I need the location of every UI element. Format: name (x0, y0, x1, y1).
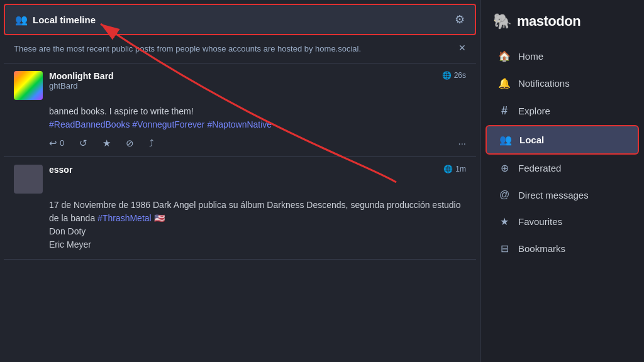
sidebar-item-direct-messages[interactable]: @ Direct messages (486, 182, 639, 208)
reply-icon: ↩ (49, 138, 57, 149)
post-header: essor (14, 165, 72, 194)
sidebar-item-label: Notifications (518, 78, 570, 89)
timeline-header: 👥 Local timeline ⚙ (4, 4, 476, 35)
time-value: 26s (454, 71, 466, 80)
boost-button[interactable]: ↺ (79, 138, 87, 149)
more-button[interactable]: ··· (458, 138, 466, 148)
bookmark-button[interactable]: ⊘ (126, 138, 134, 149)
more-icon: ··· (458, 138, 466, 148)
right-sidebar: 🐘 mastodon 🏠 Home 🔔 Notifications # Expl… (480, 0, 644, 362)
sidebar-item-label: Local (519, 134, 544, 145)
reply-button[interactable]: ↩ 0 (49, 138, 64, 149)
mastodon-icon: 🐘 (493, 13, 512, 30)
filter-icon[interactable]: ⚙ (455, 13, 465, 26)
post-meta: essor (49, 165, 72, 175)
bookmark-icon: ⊘ (126, 138, 134, 149)
sidebar-item-bookmarks[interactable]: ⊟ Bookmarks (486, 235, 639, 262)
post-item: Moonlight Bard ghtBard 🌐 26s banned book… (4, 63, 476, 157)
sidebar-item-label: Favourites (518, 216, 562, 227)
favourite-button[interactable]: ★ (103, 138, 111, 149)
sidebar-item-home[interactable]: 🏠 Home (486, 43, 639, 70)
post-handle: ghtBard (49, 81, 114, 90)
reply-count: 0 (60, 138, 64, 148)
sidebar-item-label: Home (518, 51, 543, 62)
post-hashtags: #ReadBannedBooks #VonnegutForever #Napto… (49, 119, 272, 129)
post-header: Moonlight Bard ghtBard (14, 71, 114, 100)
post-header-row: essor 🌐 1m (14, 165, 466, 199)
post-actions: ↩ 0 ↺ ★ ⊘ ⤴ ··· (49, 138, 466, 149)
time-icon: 🌐 (443, 165, 453, 173)
post-meta: Moonlight Bard ghtBard (49, 71, 114, 90)
post-author: Moonlight Bard (49, 71, 114, 81)
sidebar-item-label: Federated (518, 163, 561, 173)
brand-logo: 🐘 mastodon (480, 8, 644, 43)
time-icon: 🌐 (442, 71, 452, 80)
dm-icon: @ (498, 189, 511, 200)
info-banner-text: These are the most recent public posts f… (14, 43, 451, 55)
local-timeline-icon: 👥 (15, 14, 28, 26)
post-hashtag: #ThrashMetal (97, 213, 152, 223)
share-icon: ⤴ (149, 138, 154, 148)
close-banner-button[interactable]: ✕ (458, 43, 466, 53)
avatar (14, 165, 43, 194)
info-banner: These are the most recent public posts f… (4, 35, 476, 63)
sidebar-item-local[interactable]: 👥 Local (486, 125, 639, 155)
home-icon: 🏠 (498, 50, 511, 62)
post-item: essor 🌐 1m 17 de Noviembre de 1986 Dark … (4, 157, 476, 260)
bookmark-nav-icon: ⊟ (498, 243, 511, 255)
sidebar-item-notifications[interactable]: 🔔 Notifications (486, 70, 639, 97)
sidebar-item-favourites[interactable]: ★ Favourites (486, 208, 639, 235)
post-header-row: Moonlight Bard ghtBard 🌐 26s (14, 71, 466, 105)
sidebar-item-federated[interactable]: ⊕ Federated (486, 155, 639, 182)
sidebar-item-label: Direct messages (518, 190, 589, 200)
brand-name: mastodon (517, 13, 580, 30)
time-value: 1m (455, 165, 466, 173)
star-icon: ★ (498, 216, 511, 228)
favourite-icon: ★ (103, 138, 111, 149)
post-content: banned books. I aspire to write them! #R… (49, 105, 466, 131)
post-time: 🌐 1m (443, 165, 466, 173)
timeline-title: Local timeline (33, 14, 96, 25)
sidebar-item-explore[interactable]: # Explore (486, 97, 639, 125)
federated-icon: ⊕ (498, 162, 511, 174)
sidebar-item-label: Explore (518, 106, 550, 116)
avatar (14, 71, 43, 100)
sidebar-item-label: Bookmarks (518, 243, 565, 254)
boost-icon: ↺ (79, 138, 87, 149)
bell-icon: 🔔 (498, 77, 511, 89)
post-content: 17 de Noviembre de 1986 Dark Angel publi… (49, 199, 466, 251)
header-left: 👥 Local timeline (15, 14, 96, 26)
share-button[interactable]: ⤴ (149, 138, 154, 148)
post-time: 🌐 26s (442, 71, 466, 80)
local-icon: 👥 (499, 134, 512, 146)
post-author: essor (49, 165, 72, 175)
explore-icon: # (498, 104, 511, 118)
